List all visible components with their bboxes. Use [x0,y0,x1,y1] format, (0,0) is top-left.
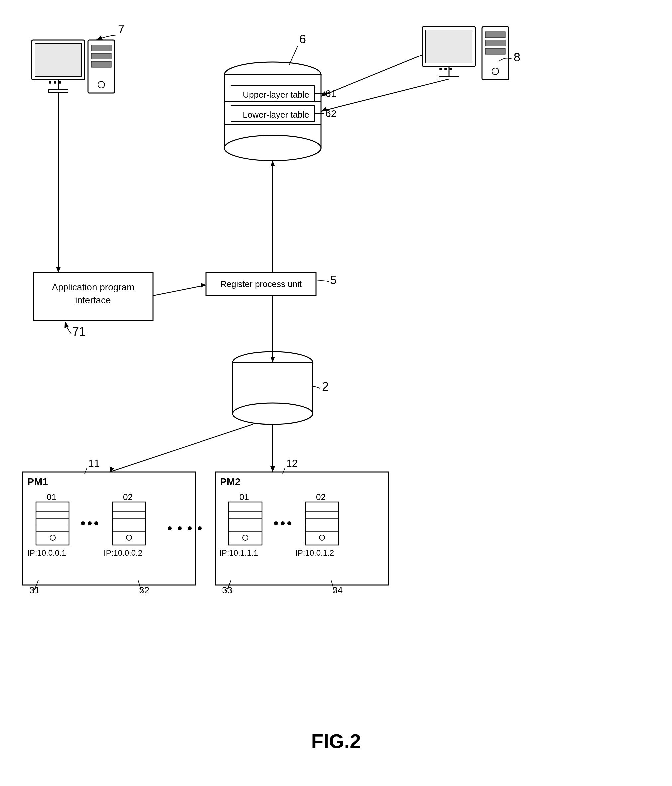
server31-num: 01 [47,492,56,502]
svg-line-63 [110,424,253,472]
diagram-container: 6 61 62 7 [0,0,672,786]
svg-point-99 [187,527,192,530]
svg-point-90 [319,535,324,541]
pm2-label: PM2 [220,476,241,487]
svg-marker-50 [200,283,206,288]
svg-rect-23 [91,61,112,68]
svg-point-98 [178,527,181,530]
upper-layer-table-label: Upper-layer table [236,90,316,100]
svg-point-84 [243,535,248,541]
lower-layer-table-label: Lower-layer table [236,110,316,120]
svg-point-45 [233,403,313,424]
svg-point-17 [49,81,51,84]
svg-point-100 [198,527,201,530]
api-label: Application program interface [36,281,150,307]
svg-text:32: 32 [139,585,149,595]
server33-num: 01 [239,492,249,502]
svg-text:31: 31 [29,585,39,595]
svg-point-19 [58,81,61,84]
server34-num: 02 [316,492,326,502]
svg-line-8 [289,46,297,65]
diagram-svg: 6 61 62 7 [0,0,672,786]
server33-ip: IP:10.1.1.1 [219,549,258,558]
svg-marker-52 [270,160,275,166]
svg-point-31 [444,68,447,71]
svg-rect-14 [35,43,82,77]
svg-line-49 [153,285,206,296]
server32-ip: IP:10.0.0.2 [104,549,142,558]
server34-ip: IP:10.0.1.2 [295,549,334,558]
svg-rect-35 [485,40,505,46]
svg-point-96 [287,522,291,525]
svg-point-30 [439,68,442,71]
server31-ip: IP:10.0.0.1 [27,549,66,558]
svg-line-55 [321,55,422,96]
svg-text:2: 2 [322,380,329,393]
svg-point-37 [492,68,499,75]
svg-point-97 [168,527,172,530]
svg-rect-27 [426,30,472,63]
svg-point-72 [50,535,55,541]
svg-text:33: 33 [222,585,233,595]
svg-rect-34 [485,31,505,38]
svg-marker-66 [270,466,275,472]
pm1-label: PM1 [27,476,48,487]
svg-text:11: 11 [88,457,100,469]
svg-point-78 [126,535,132,541]
svg-point-92 [88,522,92,525]
svg-text:12: 12 [286,457,298,469]
svg-text:6: 6 [299,32,306,46]
svg-point-32 [449,68,452,71]
svg-line-57 [321,79,449,111]
svg-point-18 [54,81,56,84]
svg-rect-36 [485,48,505,54]
svg-point-2 [225,135,321,160]
svg-point-93 [94,522,98,525]
figure-title: FIG.2 [0,730,672,753]
svg-rect-16 [48,90,68,93]
svg-marker-48 [56,267,60,272]
svg-point-24 [98,82,105,88]
svg-text:71: 71 [72,325,86,338]
svg-rect-22 [91,53,112,59]
svg-rect-29 [439,77,459,79]
svg-point-91 [81,522,85,525]
svg-rect-21 [91,45,112,51]
svg-point-94 [274,522,278,525]
register-process-unit-label: Register process unit [209,279,313,289]
svg-text:7: 7 [118,22,125,36]
svg-text:5: 5 [330,273,337,287]
svg-point-95 [281,522,285,525]
server32-num: 02 [123,492,133,502]
svg-text:8: 8 [514,50,520,64]
